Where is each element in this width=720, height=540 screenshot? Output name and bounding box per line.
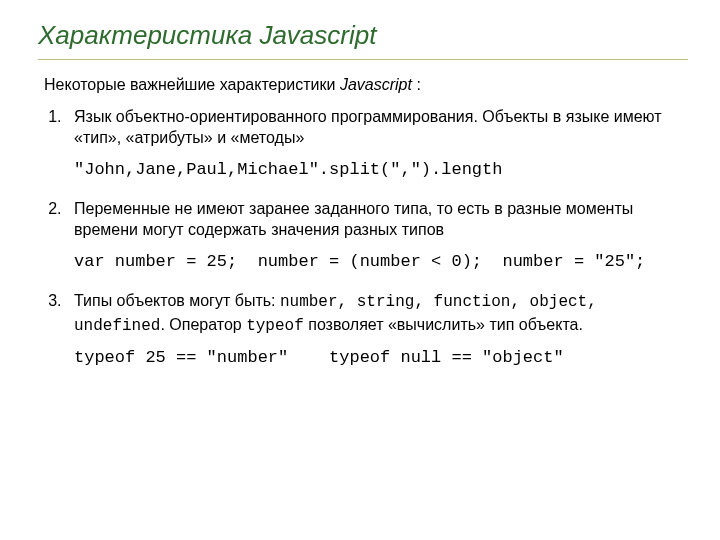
item-text: Язык объектно-ориентированного программи…	[74, 106, 688, 149]
characteristics-list: Язык объектно-ориентированного программи…	[44, 106, 688, 370]
list-item: Переменные не имеют заранее заданного ти…	[66, 198, 688, 274]
item-text: Переменные не имеют заранее заданного ти…	[74, 198, 688, 241]
intro-suffix: :	[412, 76, 421, 93]
p3-c: позволяет «вычислить» тип объекта.	[304, 316, 583, 333]
intro-text: Некоторые важнейшие характеристики Javas…	[44, 74, 688, 96]
p3-a: Типы объектов могут быть:	[74, 292, 280, 309]
slide-title: Характеристика Javascript	[38, 18, 688, 60]
item-text: Типы объектов могут быть: number, string…	[74, 290, 688, 337]
p3-op: typeof	[246, 317, 304, 335]
intro-prefix: Некоторые важнейшие характеристики	[44, 76, 340, 93]
list-item: Язык объектно-ориентированного программи…	[66, 106, 688, 182]
item-code: var number = 25; number = (number < 0); …	[74, 251, 688, 274]
p3-b: . Оператор	[160, 316, 246, 333]
item-code: typeof 25 == "number" typeof null == "ob…	[74, 347, 688, 370]
list-item: Типы объектов могут быть: number, string…	[66, 290, 688, 370]
intro-italic: Javascript	[340, 76, 412, 93]
item-code: "John,Jane,Paul,Michael".split(",").leng…	[74, 159, 688, 182]
